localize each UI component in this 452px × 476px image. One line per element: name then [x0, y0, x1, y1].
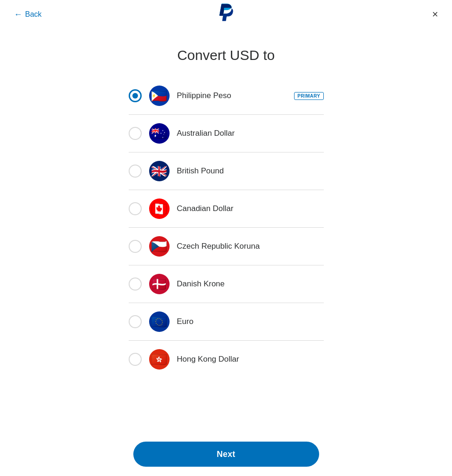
- close-button[interactable]: ×: [432, 9, 438, 20]
- flag-czk: 🇨🇿: [149, 236, 170, 257]
- currency-item-cad[interactable]: 🇨🇦Canadian Dollar: [129, 190, 324, 228]
- main-content: Convert USD to 🇵🇭Philippine PesoPRIMARY🇦…: [0, 29, 452, 434]
- currency-item-aud[interactable]: 🇦🇺Australian Dollar: [129, 115, 324, 152]
- radio-hkd[interactable]: [129, 353, 142, 366]
- currency-item-php[interactable]: 🇵🇭Philippine PesoPRIMARY: [129, 77, 324, 115]
- paypal-logo: [218, 3, 235, 24]
- currency-list: 🇵🇭Philippine PesoPRIMARY🇦🇺Australian Dol…: [129, 77, 324, 378]
- back-button[interactable]: ← Back: [14, 10, 42, 20]
- close-icon: ×: [432, 8, 438, 20]
- currency-name-czk: Czech Republic Koruna: [177, 242, 324, 251]
- currency-item-eur[interactable]: 🇪🇺Euro: [129, 303, 324, 341]
- radio-czk[interactable]: [129, 240, 142, 253]
- currency-item-czk[interactable]: 🇨🇿Czech Republic Koruna: [129, 228, 324, 265]
- flag-aud: 🇦🇺: [149, 123, 170, 144]
- currency-name-eur: Euro: [177, 317, 324, 326]
- flag-gbp: 🇬🇧: [149, 161, 170, 181]
- back-label: Back: [25, 10, 42, 19]
- page-title: Convert USD to: [177, 47, 275, 63]
- flag-dkk: 🇩🇰: [149, 274, 170, 294]
- currency-name-aud: Australian Dollar: [177, 129, 324, 138]
- radio-aud[interactable]: [129, 127, 142, 140]
- currency-item-hkd[interactable]: 🇭🇰Hong Kong Dollar: [129, 341, 324, 378]
- radio-cad[interactable]: [129, 202, 142, 215]
- header: ← Back ×: [0, 0, 452, 29]
- back-arrow-icon: ←: [14, 10, 22, 20]
- next-button-container: Next: [0, 432, 452, 476]
- radio-dkk[interactable]: [129, 278, 142, 291]
- currency-item-dkk[interactable]: 🇩🇰Danish Krone: [129, 265, 324, 303]
- flag-hkd: 🇭🇰: [149, 349, 170, 370]
- flag-php: 🇵🇭: [149, 86, 170, 106]
- flag-eur: 🇪🇺: [149, 311, 170, 332]
- radio-gbp[interactable]: [129, 165, 142, 178]
- primary-badge: PRIMARY: [294, 92, 323, 100]
- flag-cad: 🇨🇦: [149, 198, 170, 219]
- radio-eur[interactable]: [129, 315, 142, 328]
- currency-name-php: Philippine Peso: [177, 91, 287, 100]
- radio-php[interactable]: [129, 89, 142, 102]
- currency-name-dkk: Danish Krone: [177, 279, 324, 289]
- currency-name-hkd: Hong Kong Dollar: [177, 355, 324, 364]
- currency-name-cad: Canadian Dollar: [177, 204, 324, 213]
- currency-item-gbp[interactable]: 🇬🇧British Pound: [129, 152, 324, 190]
- logo-container: [218, 3, 235, 26]
- next-button[interactable]: Next: [133, 442, 319, 467]
- currency-name-gbp: British Pound: [177, 166, 324, 176]
